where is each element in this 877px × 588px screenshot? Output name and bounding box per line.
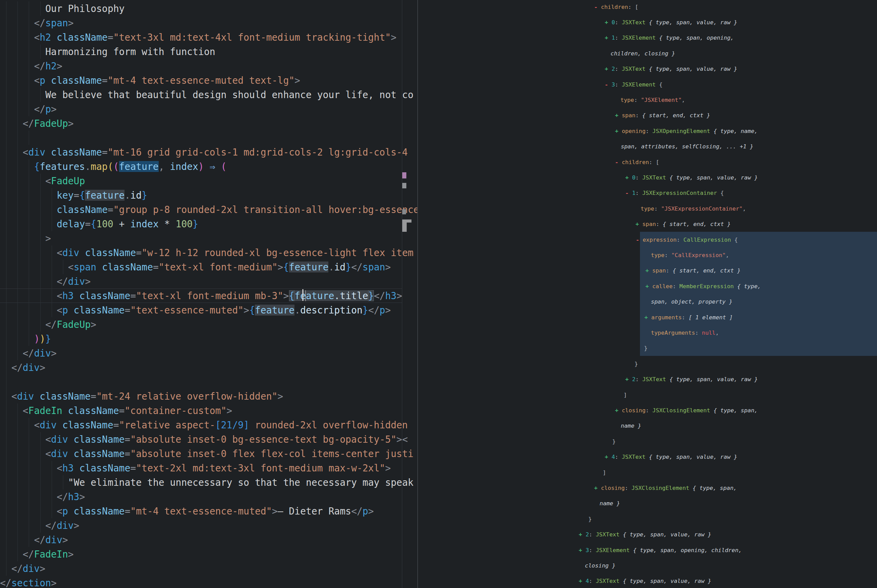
ast-node-line[interactable]: - expression: CallExpression { (636, 232, 738, 248)
ast-node-line[interactable]: + 3: JSXElement { type, span, opening, c… (579, 543, 742, 558)
ast-node-line[interactable]: } (612, 434, 616, 449)
code-line[interactable]: </div> (0, 561, 45, 576)
ast-node-line[interactable]: + span: { start, end, ctxt } (646, 263, 740, 278)
code-line[interactable]: <h3 className="text-xl font-medium mb-3"… (0, 288, 402, 303)
code-line[interactable] (0, 375, 11, 389)
expand-toggle-icon[interactable]: + (615, 407, 622, 414)
ast-node-line[interactable]: name } (599, 496, 620, 511)
code-line[interactable]: <FadeIn className="container-custom"> (0, 404, 232, 418)
ast-node-line[interactable]: + span: { start, end, ctxt } (615, 108, 710, 123)
code-line[interactable]: delay={100 + index * 100} (0, 217, 198, 231)
code-line[interactable]: </div> (0, 518, 80, 532)
ast-node-line[interactable]: span, object, property } (651, 294, 732, 309)
code-line[interactable]: </div> (0, 274, 91, 288)
code-line[interactable]: {features.map((feature, index) ⇒ ( (0, 159, 227, 174)
expand-toggle-icon[interactable]: + (625, 376, 632, 382)
ast-node-line[interactable]: typeArguments: null, (651, 325, 719, 340)
code-line[interactable]: </h2> (0, 59, 62, 73)
code-line[interactable]: <div className="mt-24 relative overflow-… (0, 389, 283, 404)
expand-toggle-icon[interactable]: + (646, 283, 652, 290)
ast-tree-panel[interactable]: - children: [+ 0: JSXText { type, span, … (418, 0, 877, 588)
expand-toggle-icon[interactable]: + (579, 547, 586, 554)
ast-node-line[interactable]: + 2: JSXText { type, span, value, raw } (579, 527, 711, 542)
code-line[interactable]: "We eliminate the unnecessary so that th… (0, 475, 413, 489)
expand-toggle-icon[interactable]: + (615, 128, 622, 134)
code-line[interactable]: key={feature.id} (0, 188, 147, 202)
code-line[interactable]: <p className="text-essence-muted">{featu… (0, 303, 391, 317)
ast-node-line[interactable]: + 0: JSXText { type, span, value, raw } (605, 15, 737, 30)
code-line[interactable]: <div className="w-12 h-12 rounded-xl bg-… (0, 246, 413, 260)
code-line[interactable]: </div> (0, 360, 45, 375)
collapse-toggle-icon[interactable]: - (605, 81, 611, 88)
expand-toggle-icon[interactable]: + (605, 19, 611, 26)
ast-node-line[interactable]: + arguments: [ 1 element ] (644, 310, 733, 325)
collapse-toggle-icon[interactable]: - (636, 237, 643, 243)
ast-node-line[interactable]: + closing: JSXClosingElement { type, spa… (594, 480, 737, 496)
ast-node-line[interactable]: - children: [ (615, 154, 659, 170)
code-line[interactable]: className="group p-8 rounded-2xl transit… (0, 202, 417, 217)
expand-toggle-icon[interactable]: + (605, 34, 611, 41)
expand-toggle-icon[interactable]: + (615, 112, 622, 118)
code-line[interactable]: Harmonizing form with function (0, 45, 215, 59)
expand-toggle-icon[interactable]: + (646, 267, 652, 274)
ast-node-line[interactable]: + 4: JSXText { type, span, value, raw } (579, 573, 711, 588)
ast-node-line[interactable]: - children: [ (594, 0, 638, 15)
code-line[interactable]: <h3 className="text-2xl md:text-3xl font… (0, 461, 391, 475)
code-line[interactable]: <div className="relative aspect-[21/9] r… (0, 418, 408, 432)
code-line[interactable]: </p> (0, 102, 57, 116)
expand-toggle-icon[interactable]: + (605, 454, 611, 460)
ast-node-line[interactable]: + 2: JSXText { type, span, value, raw } (625, 372, 758, 387)
collapse-toggle-icon[interactable]: - (594, 4, 601, 10)
ast-node-line[interactable]: - 1: JSXExpressionContainer { (625, 185, 724, 201)
ast-node-line[interactable]: + opening: JSXOpeningElement { type, nam… (615, 123, 758, 139)
code-line[interactable]: </FadeUp> (0, 317, 96, 332)
ast-node-line[interactable]: - 3: JSXElement { (605, 77, 662, 92)
expand-toggle-icon[interactable]: + (625, 174, 632, 181)
code-line[interactable]: </span> (0, 16, 74, 30)
ast-node-line[interactable]: + span: { start, end, ctxt } (635, 216, 731, 232)
ast-node-line[interactable]: span, attributes, selfClosing, ... +1 } (621, 139, 753, 154)
expand-toggle-icon[interactable]: + (579, 531, 586, 538)
ast-node-line[interactable]: } (644, 340, 647, 356)
ast-node-line[interactable]: type: "CallExpression", (651, 248, 729, 263)
ast-node-line[interactable]: name } (621, 418, 641, 434)
collapse-toggle-icon[interactable]: - (625, 190, 632, 196)
code-line[interactable]: ))} (0, 332, 51, 346)
ast-node-line[interactable]: + 1: JSXElement { type, span, opening, (605, 30, 734, 45)
code-line[interactable]: </section> (0, 576, 57, 588)
ast-node-line[interactable]: } (634, 356, 638, 372)
expand-toggle-icon[interactable]: + (579, 578, 586, 584)
code-line[interactable]: > (0, 231, 51, 246)
code-line[interactable]: <span className="text-xl font-medium">{f… (0, 260, 391, 274)
code-line[interactable]: We believe that beautiful design should … (0, 87, 413, 102)
code-line[interactable]: <div className="mt-16 grid grid-cols-1 m… (0, 145, 408, 159)
code-line[interactable]: <div className="absolute inset-0 flex fl… (0, 447, 413, 461)
ast-node-line[interactable]: + closing: JSXClosingElement { type, spa… (615, 403, 758, 418)
code-line[interactable]: </div> (0, 346, 57, 360)
code-line[interactable]: </h3> (0, 489, 85, 504)
expand-toggle-icon[interactable]: + (635, 221, 642, 227)
code-line[interactable]: </div> (0, 532, 68, 547)
expand-toggle-icon[interactable]: + (605, 66, 611, 72)
expand-toggle-icon[interactable]: + (644, 314, 651, 321)
ast-node-line[interactable]: type: "JSXElement", (620, 92, 685, 108)
ast-node-line[interactable]: type: "JSXExpressionContainer", (641, 201, 746, 216)
code-line[interactable]: </FadeUp> (0, 116, 74, 130)
ast-node-line[interactable]: } (588, 512, 592, 527)
ast-node-line[interactable]: + 4: JSXText { type, span, value, raw } (605, 449, 737, 465)
code-line[interactable]: <p className="mt-4 text-essence-muted te… (0, 73, 300, 87)
ast-node-line[interactable]: + 2: JSXText { type, span, value, raw } (605, 61, 737, 76)
code-line[interactable]: <h2 className="text-3xl md:text-4xl font… (0, 30, 396, 45)
code-line[interactable] (0, 130, 34, 145)
code-line[interactable]: <FadeUp (0, 174, 85, 188)
code-line[interactable]: <p className="mt-4 text-essence-muted">—… (0, 504, 374, 518)
code-editor-pane[interactable]: Our Philosophy</span><h2 className="text… (0, 0, 417, 588)
ast-node-line[interactable]: + 0: JSXText { type, span, value, raw } (625, 170, 758, 185)
ast-node-line[interactable]: children, closing } (611, 46, 675, 61)
ast-node-line[interactable]: + callee: MemberExpression { type, (646, 279, 761, 294)
ast-node-line[interactable]: ] (603, 465, 606, 480)
ast-node-line[interactable]: ] (623, 387, 627, 403)
expand-toggle-icon[interactable]: + (594, 485, 601, 491)
ast-node-line[interactable]: closing } (585, 558, 615, 573)
collapse-toggle-icon[interactable]: - (615, 159, 622, 165)
